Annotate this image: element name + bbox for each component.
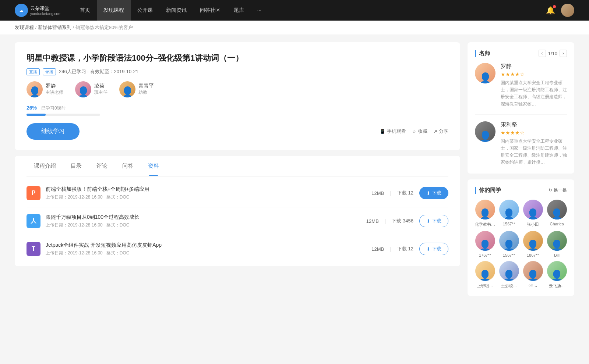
classmate-name-2: 张小田 (527, 222, 539, 227)
tab-0[interactable]: 课程介绍 (27, 156, 63, 176)
download-button-0[interactable]: ⬇ 下载 (419, 187, 448, 199)
teachers-sidebar-title: 名师 (475, 50, 490, 57)
progress-label: 26% (27, 105, 37, 111)
teacher-name-0: 罗静 (46, 83, 63, 89)
resource-meta-2: 上传日期：2019-12-28 16:00 格式：DOC (46, 250, 371, 256)
classmate-10[interactable]: 👤 ○×… (523, 261, 543, 289)
download-icon-2: ⬇ (426, 246, 430, 252)
tab-2[interactable]: 评论 (89, 156, 115, 176)
resource-downloads-1: 下载 3456 (392, 218, 413, 224)
nav-item-4[interactable]: 问答社区 (193, 0, 227, 21)
sidebar-teacher-stars-0: ★★★★☆ (501, 71, 567, 77)
progress-bar-fill (27, 114, 46, 116)
nav-items: 首页发现课程公开课新闻资讯问答社区题库··· (73, 0, 546, 21)
classmate-7[interactable]: 👤 Bill (547, 231, 567, 257)
classmate-avatar-0: 👤 (475, 200, 495, 220)
download-button-2[interactable]: ⬇ 下载 (419, 243, 448, 255)
course-title: 明星中教授课，小学阶段语法100分–强化级第1讲动词（一） (27, 53, 448, 64)
nav-item-3[interactable]: 新闻资讯 (159, 0, 193, 21)
download-icon-1: ⬇ (426, 218, 430, 224)
classmate-avatar-3: 👤 (547, 200, 567, 220)
classmate-4[interactable]: 👤 1767** (475, 231, 495, 257)
resource-size-2: 12MB (371, 246, 384, 252)
classmate-5[interactable]: 👤 1567** (499, 231, 519, 257)
breadcrumb-link-2[interactable]: 新媒体营销系列 (38, 25, 71, 30)
tab-4[interactable]: 资料 (141, 156, 166, 176)
refresh-classmates-button[interactable]: ↻ 换一换 (549, 187, 567, 193)
nav-item-2[interactable]: 公开课 (131, 0, 159, 21)
logo-text: 云朵课堂 yunduoketang.com (30, 5, 61, 16)
badge-live: 直播 (27, 68, 40, 75)
classmate-avatar-6: 👤 (523, 231, 543, 251)
breadcrumb: 发现课程 / 新媒体营销系列 / 销冠修炼术搞定80%的客户 (0, 21, 589, 35)
notification-bell[interactable]: 🔔 (546, 6, 555, 15)
resource-meta-0: 上传日期：2019-12-28 16:00 格式：DOC (46, 194, 371, 200)
teacher-info-1: 凌荷 班主任 (94, 83, 107, 96)
resource-info-2: Jetpack全组件实战 开发短视频应用高仿皮皮虾App 上传日期：2019-1… (46, 242, 371, 256)
nav-item-6[interactable]: ··· (251, 0, 268, 21)
classmate-2[interactable]: 👤 张小田 (523, 200, 543, 227)
download-button-1[interactable]: ⬇ 下载 (419, 215, 448, 227)
resource-name-0: 前端全栈加强版！前端全栈+全周期+多端应用 (46, 186, 371, 193)
share-icon: ↗ (433, 129, 437, 134)
logo[interactable]: ☁ 云朵课堂 yunduoketang.com (15, 4, 61, 17)
resource-info-1: 跟随千万级项目从0到100全过程高效成长 上传日期：2019-12-28 16:… (46, 214, 366, 228)
nav-right: 🔔 (546, 4, 574, 17)
classmates-card: 你的同学 ↻ 换一换 👤 化学教书… 👤 1567** 👤 张小田 👤 Char… (468, 179, 574, 296)
teacher-role-1: 班主任 (94, 89, 107, 96)
sidebar-teacher-name-0: 罗静 (501, 63, 567, 70)
nav-item-5[interactable]: 题库 (227, 0, 251, 21)
tabs-section: 课程介绍目录评论问答资料 P 前端全栈加强版！前端全栈+全周期+多端应用 上传日… (15, 156, 460, 266)
teacher-avatar-0: 👤 (27, 81, 43, 97)
classmate-0[interactable]: 👤 化学教书… (475, 200, 495, 227)
breadcrumb-current: 销冠修炼术搞定80%的客户 (75, 25, 133, 30)
classmate-1[interactable]: 👤 1567** (499, 200, 519, 227)
resource-right-1: 12MB | 下载 3456 ⬇ 下载 (366, 215, 448, 227)
classmate-avatar-1: 👤 (499, 200, 519, 220)
tab-3[interactable]: 问答 (115, 156, 141, 176)
sidebar-teacher-1: 👤 宋利坚 ★★★★☆ 国内某重点大学安全工程专业硕士，国家一级注册消防工程师、… (475, 121, 567, 166)
teachers-sidebar-card: 名师 ‹ 1/10 › 👤 罗静 ★★★★☆ 国内某重点大学安全工程专业硕士，国… (468, 42, 574, 174)
share-button[interactable]: ↗ 分享 (433, 128, 448, 135)
badge-record: 录播 (43, 68, 56, 75)
classmate-name-6: 1867** (527, 253, 539, 257)
classmate-name-5: 1567** (503, 253, 515, 257)
sidebar-teacher-name-1: 宋利坚 (501, 121, 567, 128)
teacher-role-0: 主讲老师 (46, 89, 63, 96)
collect-button[interactable]: ☆ 收藏 (412, 128, 427, 135)
course-card: 明星中教授课，小学阶段语法100分–强化级第1讲动词（一） 直播 录播 246人… (15, 42, 460, 150)
sidebar: 名师 ‹ 1/10 › 👤 罗静 ★★★★☆ 国内某重点大学安全工程专业硕士，国… (468, 42, 574, 302)
user-avatar-nav[interactable] (561, 4, 574, 17)
classmate-6[interactable]: 👤 1867** (523, 231, 543, 257)
download-icon-0: ⬇ (426, 190, 430, 196)
resource-right-0: 12MB | 下载 12 ⬇ 下载 (371, 187, 448, 199)
nav-item-1[interactable]: 发现课程 (97, 0, 131, 21)
classmate-avatar-4: 👤 (475, 231, 495, 251)
nav-item-0[interactable]: 首页 (73, 0, 97, 21)
resource-list: P 前端全栈加强版！前端全栈+全周期+多端应用 上传日期：2019-12-28 … (27, 176, 448, 266)
progress-bar-bg (27, 114, 100, 116)
resource-size-1: 12MB (366, 218, 379, 224)
classmate-8[interactable]: 👤 上班啦… (475, 261, 495, 289)
tab-1[interactable]: 目录 (63, 156, 89, 176)
classmate-3[interactable]: 👤 Charles (547, 200, 567, 227)
next-page-button[interactable]: › (560, 50, 567, 57)
classmate-9[interactable]: 👤 土炒棱… (499, 261, 519, 289)
classmate-11[interactable]: 👤 云飞扬… (547, 261, 567, 289)
classmates-header: 你的同学 ↻ 换一换 (475, 187, 567, 194)
continue-button[interactable]: 继续学习 (27, 123, 80, 140)
classmates-grid: 👤 化学教书… 👤 1567** 👤 张小田 👤 Charles 👤 1767*… (475, 200, 567, 289)
teachers-list: 👤 罗静 主讲老师 👤 凌荷 班主任 👤 青青平 助教 (27, 81, 448, 97)
tabs-container: 课程介绍目录评论问答资料 (27, 156, 448, 176)
classmate-name-0: 化学教书… (475, 222, 495, 227)
classmate-avatar-9: 👤 (499, 261, 519, 281)
classmate-name-7: Bill (554, 253, 560, 257)
teacher-1: 👤 凌荷 班主任 (75, 81, 107, 97)
mobile-watch-button[interactable]: 📱 手机观看 (380, 128, 406, 135)
teacher-info-2: 青青平 助教 (138, 83, 154, 96)
resource-downloads-0: 下载 12 (397, 190, 413, 196)
resource-size-0: 12MB (371, 190, 384, 196)
breadcrumb-link-1[interactable]: 发现课程 (15, 25, 34, 30)
action-buttons: 📱 手机观看 ☆ 收藏 ↗ 分享 (380, 128, 448, 135)
prev-page-button[interactable]: ‹ (539, 50, 546, 57)
